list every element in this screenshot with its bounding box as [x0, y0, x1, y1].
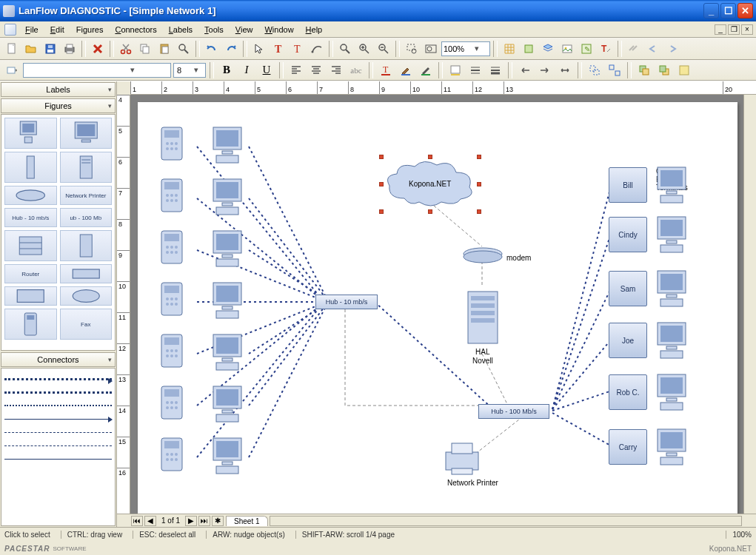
- terminal-monitor-3[interactable]: [653, 320, 695, 361]
- connector-thin[interactable]: [4, 453, 112, 465]
- menu-figures[interactable]: Figures: [70, 23, 110, 36]
- computer-node-4[interactable]: [209, 332, 250, 373]
- align-left-button[interactable]: [287, 62, 305, 78]
- image-button[interactable]: [558, 40, 576, 58]
- zoom-in-button[interactable]: [355, 40, 373, 58]
- figure-computer[interactable]: [4, 118, 57, 149]
- phone-node-5[interactable]: [158, 383, 185, 422]
- open-button[interactable]: [22, 40, 40, 58]
- figure-server[interactable]: [60, 152, 113, 183]
- italic-button[interactable]: I: [238, 62, 255, 78]
- bold-button[interactable]: B: [218, 62, 235, 78]
- menu-labels[interactable]: Labels: [163, 23, 198, 36]
- terminal-monitor-0[interactable]: [653, 164, 695, 206]
- terminal-monitor-5[interactable]: [653, 426, 695, 468]
- style-combo[interactable]: ▾: [23, 63, 171, 78]
- maximize-button[interactable]: ☐: [720, 3, 736, 18]
- arrow-start-button[interactable]: [516, 62, 534, 78]
- cut-button[interactable]: [117, 40, 135, 58]
- text-color-button[interactable]: T: [377, 62, 395, 78]
- figure-phone[interactable]: [4, 309, 57, 340]
- connector-solid-arrow[interactable]: [4, 413, 112, 425]
- computer-node-6[interactable]: [209, 435, 250, 477]
- mdi-minimize[interactable]: _: [715, 24, 726, 35]
- computer-node-0[interactable]: [209, 124, 250, 166]
- layers-button[interactable]: [539, 40, 557, 58]
- menu-edit[interactable]: Edit: [44, 23, 70, 36]
- mdi-close[interactable]: ×: [741, 24, 753, 35]
- ungroup-button[interactable]: [606, 62, 623, 78]
- terminal-node-rob c.[interactable]: Rob C.: [609, 374, 647, 410]
- menu-tools[interactable]: Tools: [198, 23, 230, 36]
- prev-page-button[interactable]: ◀: [144, 516, 156, 526]
- group-button[interactable]: [586, 62, 603, 78]
- save-button[interactable]: [41, 40, 59, 58]
- panel-connectors-header[interactable]: Connectors▾: [1, 352, 116, 367]
- phone-node-6[interactable]: [158, 435, 185, 474]
- copy-button[interactable]: [136, 40, 154, 58]
- page[interactable]: /*generated below via JS*/ Kopona.NET mo…: [138, 102, 737, 514]
- menu-view[interactable]: View: [230, 23, 259, 36]
- find-button[interactable]: [175, 40, 193, 58]
- redo-button[interactable]: [222, 40, 240, 58]
- style-dropdown-icon[interactable]: [3, 61, 21, 79]
- line-weight-button[interactable]: [486, 62, 504, 78]
- terminal-node-sam[interactable]: Sam: [609, 271, 647, 306]
- delete-button[interactable]: [89, 40, 107, 58]
- close-button[interactable]: ✕: [737, 3, 753, 18]
- grid-button[interactable]: [501, 40, 518, 58]
- zoom-out-button[interactable]: [375, 40, 392, 58]
- phone-node-4[interactable]: [158, 332, 185, 370]
- last-page-button[interactable]: ⏭: [198, 516, 210, 526]
- zoom-fit-button[interactable]: [422, 40, 440, 58]
- minimize-button[interactable]: _: [703, 3, 719, 18]
- mdi-restore[interactable]: ❐: [728, 24, 740, 35]
- add-sheet-button[interactable]: ✱: [212, 516, 224, 526]
- link-button[interactable]: [625, 40, 643, 58]
- horizontal-scrollbar[interactable]: [270, 516, 742, 526]
- hub1-node[interactable]: Hub - 10 mb/s: [315, 295, 378, 309]
- snap-button[interactable]: [520, 40, 538, 58]
- figure-fax[interactable]: Fax: [60, 309, 113, 340]
- zoom-tool[interactable]: [336, 40, 354, 58]
- sheet-tab[interactable]: Sheet 1: [226, 516, 267, 526]
- phone-node-2[interactable]: [158, 228, 185, 266]
- figure-hub-100[interactable]: ub - 100 Mb: [60, 208, 113, 227]
- terminal-node-cindy[interactable]: Cindy: [609, 217, 647, 252]
- align-center-button[interactable]: [307, 62, 325, 78]
- hyperlink-back-button[interactable]: [644, 40, 662, 58]
- terminal-node-bill[interactable]: Bill: [609, 167, 647, 203]
- next-page-button[interactable]: ▶: [185, 516, 197, 526]
- terminal-node-carry[interactable]: Carry: [609, 429, 647, 465]
- vertical-scrollbar[interactable]: [743, 95, 756, 514]
- menu-help[interactable]: Help: [300, 23, 329, 36]
- print-button[interactable]: [61, 40, 78, 58]
- text-tool[interactable]: T: [289, 40, 307, 58]
- connector-dashed2[interactable]: [4, 440, 112, 451]
- printer-node[interactable]: Network Printer: [441, 439, 483, 479]
- connector-dotted-thick[interactable]: [4, 386, 112, 398]
- arrow-both-button[interactable]: [556, 62, 574, 78]
- figure-hub-10[interactable]: Hub - 10 mb/s: [4, 208, 57, 227]
- figure-router[interactable]: Router: [4, 264, 57, 283]
- text-case-button[interactable]: abc: [347, 62, 365, 78]
- send-back-button[interactable]: [655, 62, 673, 78]
- note-button[interactable]: [675, 62, 693, 78]
- panel-labels-header[interactable]: Labels▾: [1, 82, 116, 97]
- arrow-end-button[interactable]: [536, 62, 554, 78]
- terminal-monitor-1[interactable]: [653, 214, 695, 255]
- fill-color-button[interactable]: [446, 62, 464, 78]
- text-props-button[interactable]: T: [597, 40, 615, 58]
- paste-button[interactable]: [155, 40, 173, 58]
- phone-node-3[interactable]: [158, 280, 185, 318]
- computer-node-1[interactable]: [209, 176, 250, 218]
- connector-dotted-arrow[interactable]: [4, 373, 112, 385]
- menu-window[interactable]: Window: [258, 23, 299, 36]
- terminal-monitor-2[interactable]: [653, 268, 695, 309]
- new-button[interactable]: [3, 40, 21, 58]
- brush-button[interactable]: [397, 62, 415, 78]
- terminal-node-joe[interactable]: Joe: [609, 323, 647, 358]
- phone-node-1[interactable]: [158, 176, 185, 215]
- menu-file[interactable]: File: [19, 23, 44, 36]
- bring-front-button[interactable]: [635, 62, 653, 78]
